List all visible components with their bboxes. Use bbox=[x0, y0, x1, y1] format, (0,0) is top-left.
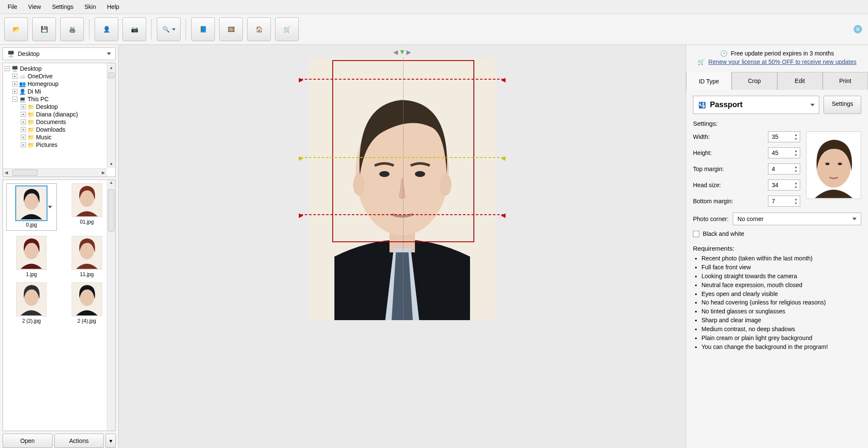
requirement-item: No tinted glasses or sunglasses bbox=[701, 307, 861, 315]
monitor-icon: 🖥️ bbox=[7, 50, 14, 57]
tree-node-root[interactable]: −🖥️Desktop bbox=[4, 65, 114, 72]
tree-node[interactable]: +📁Diana (dianapc) bbox=[4, 111, 114, 118]
tab-crop[interactable]: Crop bbox=[732, 72, 777, 90]
requirement-item: Full face front view bbox=[701, 263, 861, 271]
save-button[interactable]: 💾 bbox=[32, 17, 56, 41]
tree-node[interactable]: +📁Documents bbox=[4, 118, 114, 126]
menu-settings[interactable]: Settings bbox=[47, 2, 79, 12]
document-type-value: Passport bbox=[710, 100, 743, 109]
menu-skin[interactable]: Skin bbox=[79, 2, 101, 12]
tree-node[interactable]: +📁Music bbox=[4, 133, 114, 141]
requirement-item: Looking straight towards the camera bbox=[701, 272, 861, 280]
height-label: Height: bbox=[693, 149, 765, 156]
home-icon: 🏠 bbox=[256, 26, 263, 33]
passport-icon: 🛂 bbox=[698, 102, 706, 108]
open-button[interactable]: Open bbox=[3, 434, 53, 448]
home-button[interactable]: 🏠 bbox=[247, 17, 271, 41]
requirements-header: Requirements: bbox=[693, 245, 861, 252]
svg-point-21 bbox=[825, 163, 829, 165]
tree-node[interactable]: +📁Desktop bbox=[4, 103, 114, 111]
settings-header: Settings: bbox=[693, 120, 861, 127]
thumbnail-item[interactable]: 01.jpg bbox=[62, 183, 112, 231]
camera-button[interactable]: 📷 bbox=[122, 17, 146, 41]
document-type-dropdown[interactable]: 🛂 Passport bbox=[693, 96, 819, 114]
topmargin-label: Top margin: bbox=[693, 166, 765, 172]
thumbnail-name: 0.jpg bbox=[26, 222, 37, 228]
location-dropdown[interactable]: 🖥️ Desktop bbox=[3, 47, 116, 60]
left-top-handle[interactable]: ▶ bbox=[299, 76, 303, 83]
menu-view[interactable]: View bbox=[23, 2, 46, 12]
cart-icon: 🛒 bbox=[284, 26, 291, 33]
thumbnail-item[interactable]: 1.jpg bbox=[6, 236, 57, 277]
actions-dropdown-arrow[interactable]: ▾ bbox=[106, 434, 116, 448]
thumbnail-item[interactable]: 11.jpg bbox=[62, 236, 112, 277]
topmargin-stepper[interactable]: 4▲▼ bbox=[768, 163, 800, 174]
thumbnail-item[interactable]: 2 (2).jpg bbox=[6, 282, 57, 324]
open-file-button[interactable]: 📂 bbox=[4, 17, 28, 41]
camera-icon: 📷 bbox=[131, 26, 138, 33]
width-stepper[interactable]: 35▲▼ bbox=[768, 131, 800, 142]
left-bottom-handle[interactable]: ▶ bbox=[299, 212, 303, 218]
tab-idtype[interactable]: ID Type bbox=[686, 72, 732, 90]
requirement-item: Sharp and clear image bbox=[701, 316, 861, 324]
toolbar: 📂 💾 🖨️ 👤 📷 🔍 📘 🎞️ 🏠 🛒 ✕ bbox=[0, 14, 868, 45]
left-eye-handle[interactable]: ▶ bbox=[299, 155, 303, 161]
menu-file[interactable]: File bbox=[3, 2, 22, 12]
tree-node[interactable]: −💻This PC bbox=[4, 95, 114, 103]
thumbnail-item[interactable]: 2 (4).jpg bbox=[62, 282, 112, 324]
zoom-dropdown[interactable]: 🔍 bbox=[157, 17, 181, 41]
black-white-checkbox[interactable] bbox=[693, 231, 699, 237]
actions-button[interactable]: Actions bbox=[54, 434, 104, 448]
bottommargin-stepper[interactable]: 7▲▼ bbox=[768, 196, 800, 207]
requirement-item: No head covering (unless for religious r… bbox=[701, 299, 861, 307]
tab-edit[interactable]: Edit bbox=[777, 72, 823, 90]
right-tabs: ID Type Crop Edit Print bbox=[686, 72, 868, 90]
order-button[interactable]: 🛒 bbox=[275, 17, 299, 41]
person-icon: 👤 bbox=[103, 26, 110, 33]
thumbnail-name: 11.jpg bbox=[80, 271, 94, 277]
tree-horizontal-scrollbar[interactable]: ◀ ▶ bbox=[3, 168, 107, 177]
document-settings-button[interactable]: Settings bbox=[823, 96, 861, 114]
folder-tree: −🖥️Desktop+☁️OneDrive+👥Homegroup+👤Di Mi−… bbox=[3, 63, 116, 177]
portrait-button[interactable]: 👤 bbox=[95, 17, 118, 41]
video-tutorial-button[interactable]: 🎞️ bbox=[219, 17, 243, 41]
left-panel: 🖥️ Desktop −🖥️Desktop+☁️OneDrive+👥Homegr… bbox=[0, 45, 119, 448]
headsize-stepper[interactable]: 34▲▼ bbox=[768, 180, 800, 191]
print-button[interactable]: 🖨️ bbox=[60, 17, 84, 41]
right-bottom-handle[interactable]: ◀ bbox=[501, 212, 506, 218]
close-promo-button[interactable]: ✕ bbox=[854, 25, 862, 33]
photo-canvas: ◀▼▶ bbox=[119, 45, 686, 448]
promo-line1: Free update period expires in 3 months bbox=[731, 50, 834, 57]
requirements-list: Recent photo (taken within the last mont… bbox=[695, 254, 861, 351]
requirement-item: Neutral face expression, mouth closed bbox=[701, 281, 861, 289]
height-stepper[interactable]: 45▲▼ bbox=[768, 147, 800, 158]
menu-bar: File View Settings Skin Help bbox=[0, 0, 868, 14]
bottommargin-label: Bottom margin: bbox=[693, 198, 765, 205]
film-icon: 🎞️ bbox=[228, 26, 235, 33]
right-top-handle[interactable]: ◀ bbox=[501, 76, 506, 83]
promo-renew-link[interactable]: Renew your license at 50% OFF to receive… bbox=[708, 58, 856, 65]
crop-rectangle[interactable] bbox=[332, 60, 474, 242]
right-eye-handle[interactable]: ◀ bbox=[501, 155, 506, 161]
help-button[interactable]: 📘 bbox=[191, 17, 215, 41]
requirement-item: Eyes open and clearly visible bbox=[701, 290, 861, 298]
tree-node[interactable]: +👥Homegroup bbox=[4, 80, 114, 88]
close-icon: ✕ bbox=[855, 26, 860, 33]
tree-node[interactable]: +📁Downloads bbox=[4, 126, 114, 133]
tree-vertical-scrollbar[interactable]: ▲ ▼ bbox=[107, 63, 115, 168]
location-value: Desktop bbox=[18, 50, 39, 57]
thumbnail-item[interactable]: 0.jpg bbox=[6, 183, 57, 231]
toolbar-separator bbox=[151, 19, 152, 39]
tab-print[interactable]: Print bbox=[823, 72, 868, 90]
tree-node[interactable]: +📁Pictures bbox=[4, 141, 114, 149]
thumbnail-grid: 0.jpg01.jpg1.jpg11.jpg2 (2).jpg2 (4).jpg… bbox=[3, 180, 116, 431]
photo-corner-dropdown[interactable]: No corner bbox=[733, 213, 861, 225]
tree-node[interactable]: +☁️OneDrive bbox=[4, 72, 114, 80]
menu-help[interactable]: Help bbox=[102, 2, 124, 12]
toolbar-separator bbox=[186, 19, 186, 39]
thumb-vertical-scrollbar[interactable]: ▲ bbox=[107, 180, 115, 431]
top-alignment-handle[interactable]: ◀▼▶ bbox=[393, 48, 411, 56]
tree-node[interactable]: +👤Di Mi bbox=[4, 88, 114, 95]
headsize-label: Head size: bbox=[693, 182, 765, 188]
thumbnail-name: 2 (4).jpg bbox=[78, 318, 96, 324]
